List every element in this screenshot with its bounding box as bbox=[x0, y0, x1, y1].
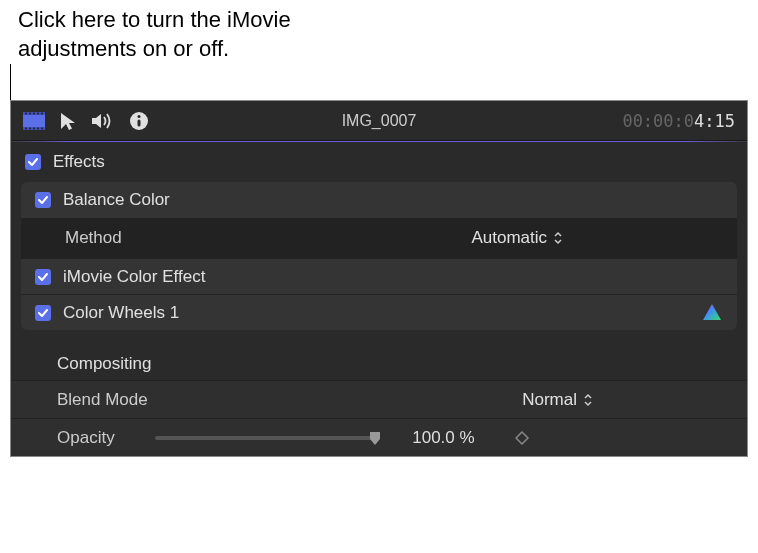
opacity-value[interactable]: 100.0 % bbox=[395, 428, 475, 448]
svg-rect-15 bbox=[138, 119, 141, 126]
compositing-label: Compositing bbox=[57, 354, 152, 374]
effects-section: Effects Balance Color Method Automatic i… bbox=[11, 142, 747, 456]
dropdown-arrows-icon bbox=[583, 393, 593, 407]
svg-rect-12 bbox=[41, 127, 43, 129]
svg-rect-7 bbox=[41, 112, 43, 114]
svg-rect-8 bbox=[25, 127, 27, 129]
keyframe-diamond-icon[interactable] bbox=[515, 431, 529, 445]
balance-color-row[interactable]: Balance Color bbox=[21, 182, 737, 218]
svg-rect-3 bbox=[25, 112, 27, 114]
imovie-color-effect-row[interactable]: iMovie Color Effect bbox=[21, 258, 737, 294]
color-wheels-row[interactable]: Color Wheels 1 bbox=[21, 294, 737, 330]
effects-label: Effects bbox=[53, 152, 105, 172]
svg-rect-9 bbox=[29, 127, 31, 129]
blend-mode-value: Normal bbox=[522, 390, 577, 410]
opacity-label: Opacity bbox=[57, 428, 115, 448]
toolbar-icons bbox=[23, 111, 149, 131]
info-tab-icon[interactable] bbox=[129, 111, 149, 131]
svg-rect-5 bbox=[33, 112, 35, 114]
dropdown-arrows-icon bbox=[553, 231, 563, 245]
effects-header-row: Effects bbox=[11, 142, 747, 182]
method-dropdown[interactable]: Automatic bbox=[471, 228, 563, 248]
audio-tab-icon[interactable] bbox=[91, 112, 115, 130]
color-wheels-triangle-icon[interactable] bbox=[701, 302, 723, 324]
svg-rect-6 bbox=[37, 112, 39, 114]
svg-rect-10 bbox=[33, 127, 35, 129]
clip-name: IMG_0007 bbox=[342, 112, 417, 130]
method-label: Method bbox=[65, 228, 122, 248]
inspector-panel: IMG_0007 00:00:04:15 Effects Balance Col… bbox=[10, 100, 748, 457]
video-tab-icon[interactable] bbox=[23, 112, 45, 130]
balance-color-checkbox[interactable] bbox=[35, 192, 51, 208]
opacity-slider[interactable] bbox=[155, 436, 375, 440]
callout-text: Click here to turn the iMovie adjustment… bbox=[18, 6, 291, 63]
svg-rect-4 bbox=[29, 112, 31, 114]
svg-rect-11 bbox=[37, 127, 39, 129]
blend-mode-label: Blend Mode bbox=[57, 390, 148, 410]
effects-checkbox[interactable] bbox=[25, 154, 41, 170]
color-wheels-label: Color Wheels 1 bbox=[63, 303, 179, 323]
timecode-display: 00:00:04:15 bbox=[622, 111, 735, 131]
opacity-row: Opacity 100.0 % bbox=[11, 418, 747, 456]
opacity-slider-thumb[interactable] bbox=[367, 430, 383, 446]
color-wheels-checkbox[interactable] bbox=[35, 305, 51, 321]
balance-color-label: Balance Color bbox=[63, 190, 170, 210]
svg-point-14 bbox=[138, 115, 141, 118]
blend-mode-dropdown[interactable]: Normal bbox=[522, 390, 593, 410]
blend-mode-row: Blend Mode Normal bbox=[11, 380, 747, 418]
imovie-color-effect-label: iMovie Color Effect bbox=[63, 267, 205, 287]
inspector-toolbar: IMG_0007 00:00:04:15 bbox=[11, 101, 747, 141]
color-tab-icon[interactable] bbox=[59, 111, 77, 131]
compositing-header-row: Compositing bbox=[11, 338, 747, 380]
balance-color-method-row: Method Automatic bbox=[21, 218, 737, 258]
imovie-color-effect-checkbox[interactable] bbox=[35, 269, 51, 285]
method-value: Automatic bbox=[471, 228, 547, 248]
